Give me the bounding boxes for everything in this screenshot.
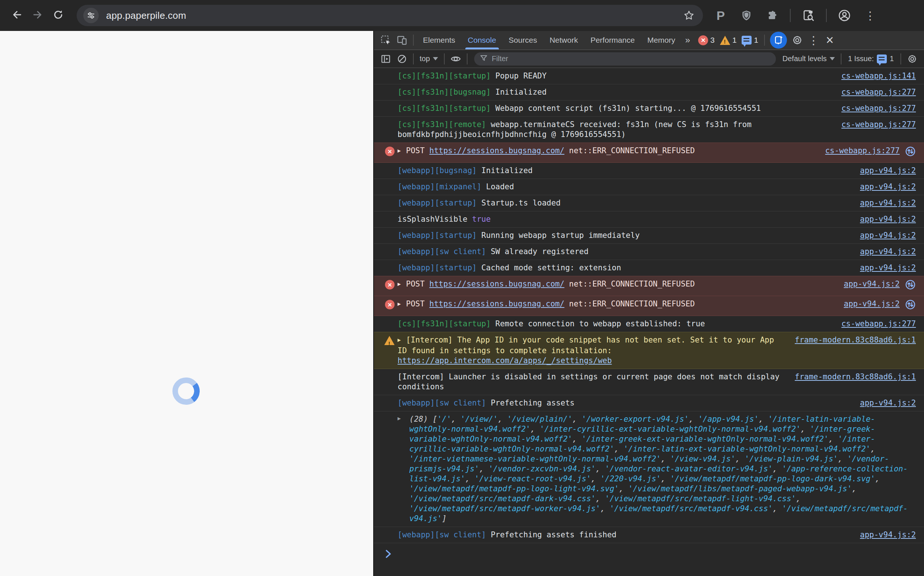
forward-button[interactable] [27, 5, 48, 26]
error-text: net::ERR_CONNECTION_REFUSED [564, 299, 695, 308]
console-row-value: isSplashVisible trueapp-v94.js:2 [374, 211, 924, 227]
device-toolbar-icon[interactable] [394, 32, 410, 48]
source-location-link[interactable]: app-v94.js:2 [844, 279, 900, 289]
console-message: ▶POST https://sessions.bugsnag.com/ net:… [397, 146, 816, 157]
console-message: [webapp][bugsnag] Initialized [397, 166, 850, 176]
context-selector[interactable]: top [417, 54, 441, 63]
source-location-link[interactable]: app-v94.js:2 [860, 198, 916, 208]
source-location-link[interactable]: cs-webapp.js:277 [841, 87, 916, 97]
array-meta: , [498, 415, 507, 424]
console-sidebar-toggle-icon[interactable] [378, 51, 394, 67]
source-location-link[interactable]: app-v94.js:2 [860, 230, 916, 240]
array-meta: , [661, 454, 670, 463]
console-empty-area[interactable] [374, 559, 924, 576]
array-meta: ] [442, 514, 447, 523]
back-button[interactable] [6, 5, 27, 26]
log-prefix: [cs][fs31n][startup] [397, 104, 491, 113]
filter-box[interactable] [474, 52, 776, 66]
source-location-link[interactable]: cs-webapp.js:141 [841, 71, 916, 81]
source-location-link[interactable]: app-v94.js:2 [860, 214, 916, 224]
inspect-element-icon[interactable] [378, 32, 394, 48]
console-row-log: [cs][fs31n][startup] Webapp content scri… [374, 101, 924, 117]
array-string: '/view-react-root-v94.js' [474, 474, 591, 483]
source-location-link[interactable]: cs-webapp.js:277 [841, 104, 916, 114]
expand-triangle-icon[interactable]: ▶ [397, 414, 401, 424]
source-location-link[interactable]: cs-webapp.js:277 [825, 146, 900, 156]
console-row-error: ✕▶POST https://sessions.bugsnag.com/ net… [374, 296, 924, 316]
tab-network[interactable]: Network [543, 31, 585, 50]
array-string: '/220-v94.js' [600, 474, 661, 483]
source-location-link[interactable]: frame-modern.83c88ad6.js:1 [795, 372, 916, 382]
error-icon: ✕ [385, 280, 395, 290]
source-location-link[interactable]: app-v94.js:2 [860, 530, 916, 540]
request-url-link[interactable]: https://sessions.bugsnag.com/ [429, 146, 564, 155]
console-message: [webapp][startup] Cached mode setting: e… [397, 263, 850, 273]
source-location-link[interactable]: cs-webapp.js:277 [841, 120, 916, 130]
log-text: Popup READY [495, 72, 547, 80]
log-text: Running webapp startup immediately [482, 231, 640, 240]
extensions-puzzle-icon[interactable] [764, 7, 780, 24]
warning-url-link[interactable]: https://app.intercom.com/a/apps/_/settin… [397, 356, 612, 365]
source-location-link[interactable]: app-v94.js:2 [860, 166, 916, 176]
tab-performance[interactable]: Performance [585, 31, 641, 50]
browser-menu-icon[interactable]: ⋮ [862, 7, 878, 24]
request-url-link[interactable]: https://sessions.bugsnag.com/ [429, 280, 564, 288]
source-location-link[interactable]: app-v94.js:2 [860, 398, 916, 408]
console-prompt[interactable] [374, 543, 924, 559]
tab-console[interactable]: Console [462, 31, 503, 50]
console-message: ▶POST https://sessions.bugsnag.com/ net:… [397, 299, 834, 310]
source-location-link[interactable]: app-v94.js:2 [860, 182, 916, 192]
source-location-link[interactable]: frame-modern.83c88ad6.js:1 [795, 335, 916, 345]
issues-chip[interactable]: 1 Issue: 1 [844, 54, 897, 63]
reload-button[interactable] [48, 5, 69, 26]
network-request-icon[interactable] [905, 146, 916, 160]
more-tabs-icon[interactable]: » [682, 35, 693, 45]
source-location-link[interactable]: cs-webapp.js:277 [841, 319, 916, 329]
url-bar[interactable]: app.paperpile.com [77, 5, 703, 26]
log-levels-selector[interactable]: Default levels [780, 54, 838, 63]
paperpile-extension-icon[interactable]: P [713, 7, 729, 24]
extension-area: P ⋮ [713, 7, 878, 24]
expand-triangle-icon[interactable]: ▶ [397, 299, 401, 309]
request-url-link[interactable]: https://sessions.bugsnag.com/ [429, 299, 564, 308]
issues-icon [741, 36, 751, 45]
console-settings-icon[interactable] [904, 51, 920, 67]
log-text: Remote connection to webapp established:… [495, 319, 705, 328]
profile-avatar-icon[interactable] [836, 7, 852, 24]
devtools-settings-icon[interactable] [789, 32, 805, 48]
ai-assistant-button[interactable] [770, 32, 787, 49]
array-string: '/vendor-zxcvbn-v94.js' [488, 464, 596, 473]
log-prefix: [webapp][bugsnag] [397, 166, 477, 175]
expand-triangle-icon[interactable]: ▶ [397, 335, 401, 345]
network-request-icon[interactable] [905, 279, 916, 293]
log-prefix: [webapp][sw client] [397, 398, 486, 407]
site-settings-icon[interactable] [83, 8, 99, 23]
network-request-icon[interactable] [905, 299, 916, 313]
bookmark-star-icon[interactable] [682, 8, 696, 23]
source-location-link[interactable]: app-v94.js:2 [860, 247, 916, 257]
issues-count-badge[interactable]: 1 [741, 36, 758, 45]
console-message: isSplashVisible true [397, 214, 850, 224]
error-count-badge[interactable]: ✕ 3 [698, 35, 715, 45]
tab-memory[interactable]: Memory [641, 31, 682, 50]
devtools-menu-icon[interactable]: ⋮ [805, 32, 822, 48]
source-location-link[interactable]: app-v94.js:2 [844, 299, 900, 309]
toolbar-divider [467, 53, 468, 64]
expand-triangle-icon[interactable]: ▶ [397, 146, 401, 156]
live-expression-eye-icon[interactable] [448, 51, 464, 67]
error-icon: ✕ [385, 147, 395, 156]
filter-input[interactable] [492, 54, 771, 63]
console-row-array: ▶(28) ['/', '/view/', '/view/plain/', '/… [374, 411, 924, 527]
warning-count-badge[interactable]: ! 1 [720, 36, 737, 45]
tab-elements[interactable]: Elements [417, 31, 462, 50]
expand-triangle-icon[interactable]: ▶ [397, 279, 401, 289]
devtools-close-icon[interactable]: × [822, 32, 838, 48]
console-message: [webapp][startup] Startup.ts loaded [397, 198, 850, 208]
warning-text: [Intercom] The App ID in your code snipp… [397, 336, 779, 355]
array-meta: , [451, 415, 461, 424]
clear-console-icon[interactable] [394, 51, 410, 67]
tab-sources[interactable]: Sources [503, 31, 543, 50]
source-location-link[interactable]: app-v94.js:2 [860, 263, 916, 273]
device-search-icon[interactable] [800, 7, 817, 24]
shield-extension-icon[interactable] [738, 7, 754, 24]
